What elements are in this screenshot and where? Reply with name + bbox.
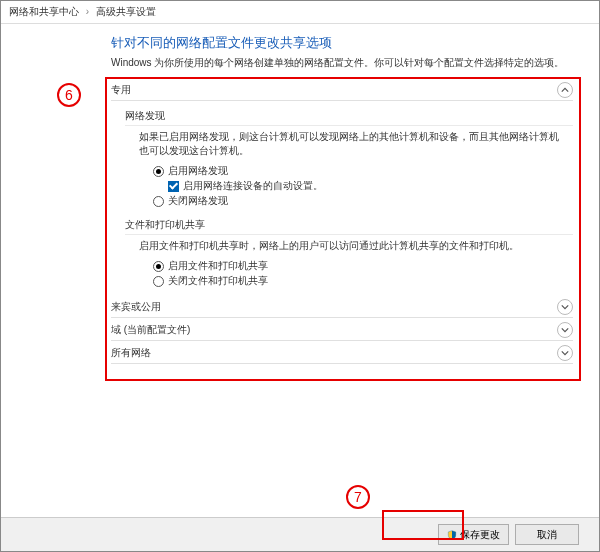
profile-domain-title: 域 (当前配置文件) (111, 323, 190, 337)
network-discovery-title: 网络发现 (125, 109, 573, 123)
file-sharing-title: 文件和打印机共享 (125, 218, 573, 232)
radio-discovery-off-label: 关闭网络发现 (168, 194, 228, 208)
breadcrumb-root[interactable]: 网络和共享中心 (9, 6, 79, 17)
profile-private-title: 专用 (111, 83, 131, 97)
checkbox-auto-setup[interactable] (168, 181, 179, 192)
chevron-down-icon (557, 345, 573, 361)
chevron-down-icon (557, 299, 573, 315)
divider (125, 125, 573, 126)
radio-discovery-off[interactable] (153, 196, 164, 207)
divider (111, 363, 573, 364)
breadcrumb: 网络和共享中心 › 高级共享设置 (1, 1, 599, 24)
profile-guest-header[interactable]: 来宾或公用 (111, 295, 573, 317)
checkbox-auto-setup-label: 启用网络连接设备的自动设置。 (183, 179, 323, 193)
divider (125, 234, 573, 235)
network-discovery-desc: 如果已启用网络发现，则这台计算机可以发现网络上的其他计算机和设备，而且其他网络计… (139, 130, 559, 158)
chevron-down-icon (557, 322, 573, 338)
save-button[interactable]: 保存更改 (438, 524, 509, 545)
profile-all-title: 所有网络 (111, 346, 151, 360)
chevron-up-icon (557, 82, 573, 98)
radio-sharing-off[interactable] (153, 276, 164, 287)
breadcrumb-separator: › (86, 6, 89, 17)
radio-discovery-on-label: 启用网络发现 (168, 164, 228, 178)
breadcrumb-current: 高级共享设置 (96, 6, 156, 17)
radio-sharing-on[interactable] (153, 261, 164, 272)
profile-all-header[interactable]: 所有网络 (111, 341, 573, 363)
footer-bar: 保存更改 取消 (1, 517, 599, 551)
radio-sharing-off-label: 关闭文件和打印机共享 (168, 274, 268, 288)
profile-guest-title: 来宾或公用 (111, 300, 161, 314)
save-button-label: 保存更改 (460, 528, 500, 542)
cancel-button-label: 取消 (537, 528, 557, 542)
cancel-button[interactable]: 取消 (515, 524, 579, 545)
profile-domain-header[interactable]: 域 (当前配置文件) (111, 318, 573, 340)
page-title: 针对不同的网络配置文件更改共享选项 (111, 34, 599, 52)
annotation-number-6: 6 (57, 83, 81, 107)
file-sharing-desc: 启用文件和打印机共享时，网络上的用户可以访问通过此计算机共享的文件和打印机。 (139, 239, 559, 253)
profile-private-header[interactable]: 专用 (111, 78, 573, 100)
radio-discovery-on[interactable] (153, 166, 164, 177)
shield-icon (447, 530, 457, 540)
annotation-number-7: 7 (346, 485, 370, 509)
radio-sharing-on-label: 启用文件和打印机共享 (168, 259, 268, 273)
page-description: Windows 为你所使用的每个网络创建单独的网络配置文件。你可以针对每个配置文… (111, 56, 599, 70)
